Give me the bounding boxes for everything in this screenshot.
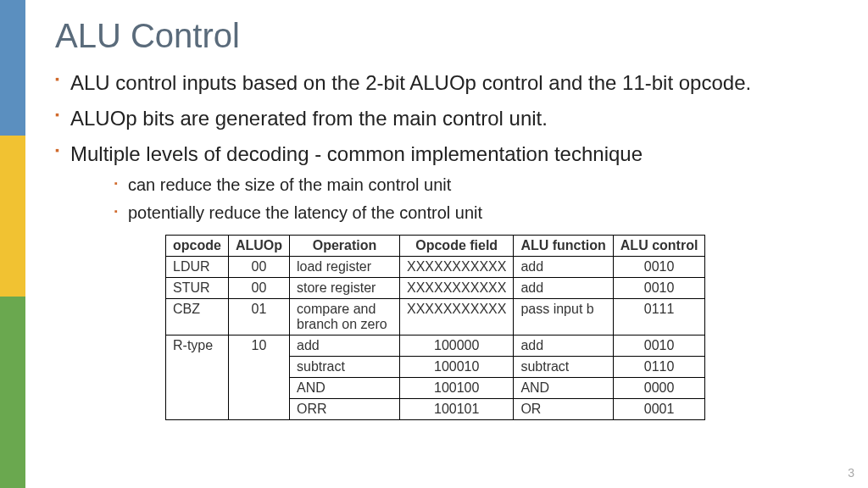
table-row: CBZ 01 compare and branch on zero XXXXXX… xyxy=(166,299,705,336)
cell-field: XXXXXXXXXXX xyxy=(400,278,514,299)
cell-ctrl: 0110 xyxy=(613,357,705,378)
cell-field: 100000 xyxy=(400,336,514,357)
cell-ctrl: 0010 xyxy=(613,278,705,299)
page-number: 3 xyxy=(848,466,854,480)
cell-ctrl: 0000 xyxy=(613,378,705,399)
col-operation: Operation xyxy=(290,236,400,257)
table-row: LDUR 00 load register XXXXXXXXXXX add 00… xyxy=(166,257,705,278)
table-header-row: opcode ALUOp Operation Opcode field ALU … xyxy=(166,236,705,257)
bullet-text: Multiple levels of decoding - common imp… xyxy=(70,142,643,165)
cell-field: 100010 xyxy=(400,357,514,378)
cell-field: XXXXXXXXXXX xyxy=(400,257,514,278)
cell-opcode: STUR xyxy=(166,278,229,299)
cell-func: add xyxy=(514,336,613,357)
table-row: R-type 10 add 100000 add 0010 xyxy=(166,336,705,357)
sidebar-stripe-yellow xyxy=(0,136,25,297)
cell-aluop: 01 xyxy=(228,299,289,336)
cell-operation: AND xyxy=(290,378,400,399)
cell-func: pass input b xyxy=(514,299,613,336)
cell-ctrl: 0010 xyxy=(613,257,705,278)
sub-bullet-list: can reduce the size of the main control … xyxy=(114,174,843,225)
col-opcode: opcode xyxy=(166,236,229,257)
cell-operation: ORR xyxy=(290,399,400,420)
sub-bullet-item: potentially reduce the latency of the co… xyxy=(114,202,843,225)
sidebar-stripe-green xyxy=(0,297,25,488)
cell-func: add xyxy=(514,257,613,278)
cell-operation: load register xyxy=(290,257,400,278)
content-area: ALU Control ALU control inputs based on … xyxy=(55,17,843,420)
cell-operation: store register xyxy=(290,278,400,299)
bullet-item: ALU control inputs based on the 2-bit AL… xyxy=(55,70,843,96)
cell-field: XXXXXXXXXXX xyxy=(400,299,514,336)
alu-table: opcode ALUOp Operation Opcode field ALU … xyxy=(165,235,705,420)
cell-aluop: 00 xyxy=(228,278,289,299)
cell-func: add xyxy=(514,278,613,299)
bullet-list: ALU control inputs based on the 2-bit AL… xyxy=(55,70,843,225)
sidebar-stripe-blue xyxy=(0,0,25,136)
cell-func: OR xyxy=(514,399,613,420)
bullet-item: ALUOp bits are generated from the main c… xyxy=(55,106,843,131)
cell-operation: add xyxy=(290,336,400,357)
cell-field: 100100 xyxy=(400,378,514,399)
table-row: STUR 00 store register XXXXXXXXXXX add 0… xyxy=(166,278,705,299)
cell-ctrl: 0001 xyxy=(613,399,705,420)
sub-bullet-item: can reduce the size of the main control … xyxy=(114,174,843,197)
cell-field: 100101 xyxy=(400,399,514,420)
cell-opcode: LDUR xyxy=(166,257,229,278)
col-opcode-field: Opcode field xyxy=(400,236,514,257)
cell-opcode: R-type xyxy=(166,336,229,420)
slide-title: ALU Control xyxy=(55,17,843,55)
cell-operation: subtract xyxy=(290,357,400,378)
cell-aluop: 00 xyxy=(228,257,289,278)
cell-ctrl: 0111 xyxy=(613,299,705,336)
slide: ALU Control ALU control inputs based on … xyxy=(0,0,868,488)
col-aluop: ALUOp xyxy=(228,236,289,257)
bullet-item: Multiple levels of decoding - common imp… xyxy=(55,141,843,225)
cell-func: subtract xyxy=(514,357,613,378)
col-alu-control: ALU control xyxy=(613,236,705,257)
cell-aluop: 10 xyxy=(228,336,289,420)
col-alu-function: ALU function xyxy=(514,236,613,257)
cell-ctrl: 0010 xyxy=(613,336,705,357)
cell-opcode: CBZ xyxy=(166,299,229,336)
cell-operation: compare and branch on zero xyxy=(290,299,400,336)
cell-func: AND xyxy=(514,378,613,399)
